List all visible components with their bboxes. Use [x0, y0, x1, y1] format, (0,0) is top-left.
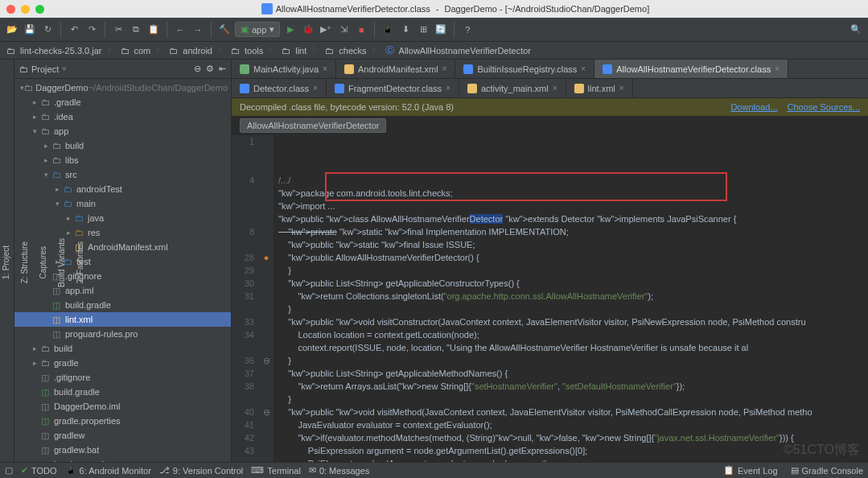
- tree-node[interactable]: ▾🗀main: [14, 196, 231, 211]
- tree-node[interactable]: ▸🗀res: [14, 225, 231, 240]
- tree-node[interactable]: ◫build.gradle: [14, 385, 231, 399]
- help-icon[interactable]: ?: [460, 23, 475, 37]
- todo-tool-button[interactable]: ✔TODO: [21, 465, 57, 476]
- breadcrumb-item[interactable]: AllowAllHostnameVerifierDetector: [399, 46, 531, 56]
- editor-tabs-row-2: Detector.class×FragmentDetector.class×ac…: [232, 79, 868, 98]
- sync-gradle-icon[interactable]: 🔄: [434, 23, 448, 37]
- attach-icon[interactable]: ⇲: [336, 23, 351, 37]
- tree-node[interactable]: ▸🗀java: [14, 211, 231, 225]
- version-control-button[interactable]: ⎇9: Version Control: [159, 465, 243, 476]
- run-icon[interactable]: ▶: [283, 23, 298, 37]
- breadcrumb-item[interactable]: lint-checks-25.3.0.jar: [20, 46, 102, 56]
- copy-icon[interactable]: ⧉: [129, 23, 143, 37]
- tree-node[interactable]: ◫lint.xml: [14, 312, 231, 327]
- editor-tab[interactable]: AndroidManifest.xml×: [336, 60, 456, 78]
- tree-node[interactable]: ▸🗀libs: [14, 153, 231, 167]
- back-icon[interactable]: ←: [173, 23, 187, 37]
- close-icon[interactable]: ×: [446, 84, 450, 93]
- tree-node[interactable]: ▸🗀androidTest: [14, 182, 231, 196]
- code-content[interactable]: /.../"kw">package com.android.tools.lint…: [274, 135, 868, 462]
- tree-node[interactable]: ▸🗀.idea: [14, 109, 231, 124]
- messages-button[interactable]: ✉0: Messages: [309, 465, 369, 476]
- run-config-label: app: [252, 25, 266, 35]
- tree-node[interactable]: ▸🗀gradle: [14, 356, 231, 370]
- save-icon[interactable]: 💾: [23, 23, 37, 37]
- close-icon[interactable]: ×: [619, 84, 624, 93]
- code-editor[interactable]: 1482829303133343637384041424345464748505…: [232, 135, 868, 462]
- forward-icon[interactable]: →: [191, 23, 205, 37]
- redo-icon[interactable]: ↷: [84, 23, 99, 37]
- tree-node[interactable]: ◫gradlew.bat: [14, 443, 231, 457]
- tree-node[interactable]: ▾🗀app: [14, 124, 231, 138]
- close-icon[interactable]: ×: [323, 64, 327, 73]
- breadcrumb-item[interactable]: checks: [339, 46, 366, 56]
- folder-icon: 🗀: [6, 46, 15, 56]
- close-window-icon[interactable]: [6, 5, 15, 14]
- editor-tab[interactable]: activity_main.xml×: [459, 79, 566, 97]
- close-icon[interactable]: ×: [442, 64, 447, 73]
- captures-tool-button[interactable]: Captures: [37, 243, 49, 282]
- build-variants-tool-button[interactable]: Build Variants: [56, 235, 68, 291]
- tree-node[interactable]: ◫app.iml: [14, 283, 231, 298]
- close-icon[interactable]: ×: [313, 84, 318, 93]
- profile-icon[interactable]: ▶⁺: [319, 23, 333, 37]
- tree-node[interactable]: ◫.gitignore: [14, 370, 231, 385]
- sync-icon[interactable]: ↻: [40, 23, 55, 37]
- build-icon[interactable]: 🔨: [217, 23, 232, 37]
- paste-icon[interactable]: 📋: [146, 23, 161, 37]
- editor-tab[interactable]: BuiltinIssueRegistry.class×: [455, 60, 594, 78]
- choose-sources-link[interactable]: Choose Sources...: [788, 102, 861, 112]
- debug-icon[interactable]: 🐞: [301, 23, 315, 37]
- tree-node[interactable]: ◫gradle.properties: [14, 414, 231, 428]
- breadcrumb-item[interactable]: tools: [245, 46, 263, 56]
- traffic-lights: [6, 5, 44, 14]
- run-config-selector[interactable]: ▣ app ▾: [235, 22, 280, 37]
- tree-node[interactable]: ▾🗀src: [14, 167, 231, 182]
- structure-icon[interactable]: ⊞: [416, 23, 430, 37]
- collapse-icon[interactable]: ⊖: [194, 64, 201, 74]
- tree-node[interactable]: ▸🗀.gradle: [14, 95, 231, 109]
- breadcrumb-item[interactable]: lint: [295, 46, 306, 56]
- undo-icon[interactable]: ↶: [67, 23, 81, 37]
- tree-node[interactable]: ◫gradlew: [14, 428, 231, 443]
- android-monitor-button[interactable]: 📱6: Android Monitor: [65, 465, 151, 476]
- close-icon[interactable]: ×: [775, 64, 780, 73]
- cut-icon[interactable]: ✂: [111, 23, 125, 37]
- stop-icon[interactable]: ■: [354, 23, 368, 37]
- breadcrumb-item[interactable]: com: [134, 46, 151, 56]
- structure-tool-button[interactable]: Z: Structure: [19, 238, 31, 286]
- tree-node[interactable]: ◫build.gradle: [14, 298, 231, 312]
- editor-tab[interactable]: AllowAllHostnameVerifierDetector.class×: [594, 60, 788, 78]
- editor-tab[interactable]: Detector.class×: [232, 79, 327, 97]
- folder-icon: 🗀: [231, 46, 240, 56]
- terminal-button[interactable]: ⌨Terminal: [251, 465, 301, 476]
- event-log-button[interactable]: 📋Event Log: [723, 465, 778, 476]
- search-icon[interactable]: 🔍: [849, 23, 863, 37]
- editor-tab[interactable]: lint.xml×: [566, 79, 633, 97]
- sdk-icon[interactable]: ⬇: [398, 23, 413, 37]
- favorites-tool-button[interactable]: 2: Favorites: [74, 238, 86, 286]
- tree-node[interactable]: ▸🗀build: [14, 138, 231, 153]
- download-sources-link[interactable]: Download...: [730, 102, 777, 112]
- tree-node[interactable]: ◫local.properties: [14, 457, 231, 462]
- tree-node[interactable]: ▸🗀build: [14, 341, 231, 356]
- editor-tab[interactable]: MainActivity.java×: [232, 60, 336, 78]
- marker-gutter: ●⊖⊖⊖⊖: [259, 135, 274, 462]
- gear-icon[interactable]: ⚙: [206, 64, 214, 74]
- class-chip[interactable]: AllowAllHostnameVerifierDetector: [240, 118, 386, 133]
- hide-icon[interactable]: ⇤: [219, 64, 226, 74]
- project-tool-button[interactable]: 1: Project: [0, 242, 12, 282]
- tree-node[interactable]: ◫DaggerDemo.iml: [14, 399, 231, 414]
- breadcrumb-item[interactable]: android: [183, 46, 212, 56]
- zoom-window-icon[interactable]: [35, 5, 44, 14]
- avd-icon[interactable]: 📱: [381, 23, 395, 37]
- tree-node[interactable]: ◫proguard-rules.pro: [14, 327, 231, 341]
- gradle-console-button[interactable]: ▤Gradle Console: [791, 465, 863, 476]
- editor-tab[interactable]: FragmentDetector.class×: [327, 79, 459, 97]
- tree-node[interactable]: ▾🗀DaggerDemo ~/AndroidStudioChan/DaggerD…: [14, 80, 231, 95]
- close-icon[interactable]: ×: [581, 64, 586, 73]
- minimize-window-icon[interactable]: [21, 5, 30, 14]
- file-class-icon: [261, 3, 273, 14]
- close-icon[interactable]: ×: [553, 84, 557, 93]
- open-icon[interactable]: 📂: [5, 23, 19, 37]
